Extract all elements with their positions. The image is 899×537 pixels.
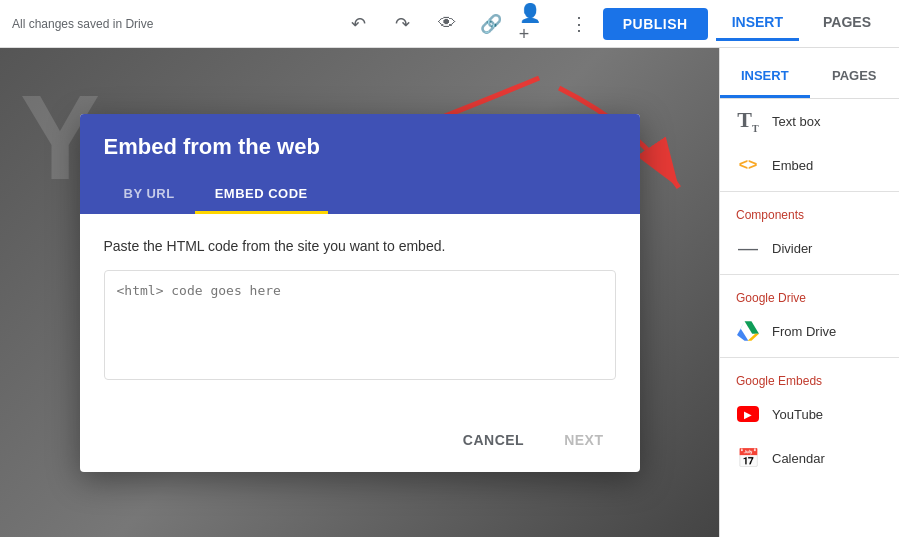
publish-button[interactable]: PUBLISH: [603, 8, 708, 40]
drive-icon: [736, 319, 760, 343]
divider-1: [720, 191, 899, 192]
tab-insert[interactable]: INSERT: [716, 6, 799, 41]
modal-overlay: Embed from the web BY URL EMBED CODE Pas…: [0, 48, 719, 537]
calendar-icon: 📅: [736, 446, 760, 470]
divider-icon: —: [736, 236, 760, 260]
more-options-button[interactable]: ⋮: [563, 8, 595, 40]
redo-button[interactable]: ↷: [387, 8, 419, 40]
content-area: Y: [0, 48, 719, 537]
sidebar-item-divider[interactable]: — Divider: [720, 226, 899, 270]
sidebar-item-calendar[interactable]: 📅 Calendar: [720, 436, 899, 480]
embed-modal: Embed from the web BY URL EMBED CODE Pas…: [80, 114, 640, 472]
add-person-button[interactable]: 👤+: [519, 8, 551, 40]
sidebar-label-embed: Embed: [772, 158, 813, 173]
section-components: Components: [720, 196, 899, 226]
preview-button[interactable]: 👁: [431, 8, 463, 40]
modal-title: Embed from the web: [104, 134, 616, 160]
toolbar: All changes saved in Drive ↶ ↷ 👁 🔗 👤+ ⋮ …: [0, 0, 899, 48]
divider-3: [720, 357, 899, 358]
link-button[interactable]: 🔗: [475, 8, 507, 40]
toolbar-icons: ↶ ↷ 👁 🔗 👤+ ⋮: [343, 8, 595, 40]
sidebar-label-divider: Divider: [772, 241, 812, 256]
section-google-drive: Google Drive: [720, 279, 899, 309]
divider-2: [720, 274, 899, 275]
cancel-button[interactable]: CANCEL: [451, 424, 536, 456]
sidebar-label-youtube: YouTube: [772, 407, 823, 422]
section-google-embeds: Google Embeds: [720, 362, 899, 392]
sidebar-label-from-drive: From Drive: [772, 324, 836, 339]
modal-tabs: BY URL EMBED CODE: [104, 176, 616, 214]
sidebar-tab-insert[interactable]: INSERT: [720, 56, 810, 98]
tab-embed-code[interactable]: EMBED CODE: [195, 176, 328, 214]
embed-icon: <>: [736, 153, 760, 177]
modal-instruction: Paste the HTML code from the site you wa…: [104, 238, 616, 254]
tab-by-url[interactable]: BY URL: [104, 176, 195, 214]
sidebar-label-textbox: Text box: [772, 114, 820, 129]
sidebar-label-calendar: Calendar: [772, 451, 825, 466]
undo-button[interactable]: ↶: [343, 8, 375, 40]
sidebar: INSERT PAGES TT Text box <> Embed Compon…: [719, 48, 899, 537]
sidebar-item-embed[interactable]: <> Embed: [720, 143, 899, 187]
next-button[interactable]: NEXT: [552, 424, 615, 456]
sidebar-item-from-drive[interactable]: From Drive: [720, 309, 899, 353]
sidebar-item-textbox[interactable]: TT Text box: [720, 99, 899, 143]
youtube-icon: ▶: [736, 402, 760, 426]
code-input[interactable]: [104, 270, 616, 380]
sidebar-item-youtube[interactable]: ▶ YouTube: [720, 392, 899, 436]
sidebar-header-tabs: INSERT PAGES: [720, 56, 899, 99]
textbox-icon: TT: [736, 109, 760, 133]
modal-header: Embed from the web BY URL EMBED CODE: [80, 114, 640, 214]
autosave-status: All changes saved in Drive: [12, 17, 335, 31]
sidebar-tab-pages[interactable]: PAGES: [810, 56, 900, 98]
main-layout: Y: [0, 48, 899, 537]
modal-body: Paste the HTML code from the site you wa…: [80, 214, 640, 408]
tab-pages[interactable]: PAGES: [807, 6, 887, 41]
modal-footer: CANCEL NEXT: [80, 408, 640, 472]
